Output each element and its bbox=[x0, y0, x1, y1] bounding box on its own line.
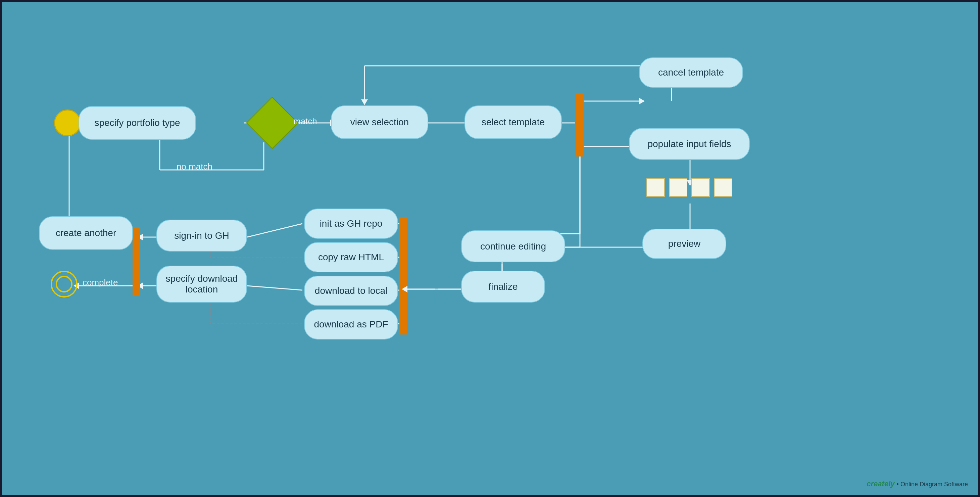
specify-download-node: specify download location bbox=[156, 266, 247, 303]
finalize-node: finalize bbox=[461, 271, 545, 303]
populate-input-label: populate input fields bbox=[648, 139, 731, 150]
view-selection-label: view selection bbox=[350, 117, 409, 127]
preview-node: preview bbox=[643, 229, 726, 259]
view-selection-node: view selection bbox=[331, 105, 428, 139]
copy-raw-node: copy raw HTML bbox=[304, 242, 398, 272]
specify-portfolio-node: specify portfolio type bbox=[78, 106, 196, 140]
select-template-label: select template bbox=[482, 117, 545, 127]
svg-line-39 bbox=[247, 286, 302, 290]
svg-marker-27 bbox=[402, 286, 407, 293]
continue-editing-label: continue editing bbox=[480, 241, 546, 252]
creately-watermark: creately • Online Diagram Software bbox=[867, 479, 968, 488]
sign-in-gh-label: sign-in to GH bbox=[174, 230, 229, 241]
download-local-label: download to local bbox=[315, 285, 387, 296]
specify-portfolio-label: specify portfolio type bbox=[94, 118, 180, 128]
svg-marker-10 bbox=[639, 98, 645, 104]
init-gh-label: init as GH repo bbox=[320, 218, 383, 229]
finalize-label: finalize bbox=[488, 281, 517, 292]
svg-marker-48 bbox=[137, 282, 143, 289]
copy-raw-label: copy raw HTML bbox=[318, 252, 384, 263]
decision-diamond bbox=[246, 97, 298, 149]
canvas: specify portfolio type match no match vi… bbox=[0, 0, 980, 497]
specify-download-label: specify download location bbox=[166, 273, 238, 295]
download-pdf-label: download as PDF bbox=[314, 319, 388, 330]
input-box-1 bbox=[646, 178, 665, 197]
init-gh-node: init as GH repo bbox=[304, 209, 398, 239]
input-boxes bbox=[646, 178, 732, 197]
select-template-node: select template bbox=[465, 105, 562, 139]
svg-line-37 bbox=[247, 224, 302, 237]
svg-marker-20 bbox=[361, 99, 368, 105]
complete-label: complete bbox=[83, 277, 118, 288]
end-circle-inner bbox=[56, 276, 73, 293]
cancel-template-label: cancel template bbox=[658, 67, 724, 78]
preview-label: preview bbox=[668, 239, 700, 249]
no-match-label: no match bbox=[177, 161, 212, 172]
continue-editing-node: continue editing bbox=[461, 230, 565, 262]
svg-marker-46 bbox=[137, 234, 143, 241]
download-local-node: download to local bbox=[304, 276, 398, 306]
match-label: match bbox=[293, 116, 317, 127]
input-box-3 bbox=[691, 178, 710, 197]
sign-in-gh-node: sign-in to GH bbox=[156, 220, 247, 252]
input-box-2 bbox=[669, 178, 687, 197]
populate-input-node: populate input fields bbox=[629, 128, 750, 160]
create-another-label: create another bbox=[56, 228, 116, 239]
create-another-node: create another bbox=[39, 216, 133, 250]
end-circle bbox=[51, 271, 78, 298]
input-box-4 bbox=[714, 178, 732, 197]
cancel-template-node: cancel template bbox=[639, 57, 743, 88]
download-pdf-node: download as PDF bbox=[304, 309, 398, 339]
start-circle bbox=[54, 110, 81, 136]
svg-marker-70 bbox=[402, 286, 407, 293]
